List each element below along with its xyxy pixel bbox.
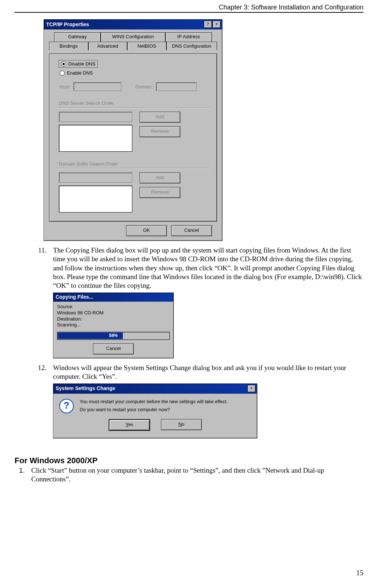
w2k-step-1: 1. Click “Start” button on your computer… — [15, 466, 363, 484]
help-button[interactable]: ? — [204, 21, 212, 28]
step-text: The Copying Files dialog box will pop up… — [53, 246, 362, 289]
header-rule — [15, 12, 363, 13]
disable-dns-option[interactable]: Disable DNS — [60, 61, 97, 67]
step-number: 11. — [36, 246, 47, 358]
page-number: 15 — [356, 569, 363, 577]
source-label: Source: — [57, 304, 170, 310]
domain-input — [156, 82, 197, 91]
suffix-list — [59, 186, 132, 212]
step-number: 1. — [15, 466, 25, 484]
chapter-header: Chapter 3: Software Installation and Con… — [15, 4, 363, 11]
tab-ipaddress[interactable]: IP Address — [165, 32, 212, 42]
progress-percent: 58% — [57, 332, 169, 339]
tab-gateway[interactable]: Gateway — [54, 32, 101, 42]
tab-advanced[interactable]: Advanced — [88, 42, 128, 50]
divider — [56, 168, 210, 169]
enable-dns-label: Enable DNS — [67, 70, 93, 76]
step-text: Click “Start” button on your computer’s … — [31, 466, 363, 484]
tab-bindings[interactable]: Bindings — [49, 42, 88, 50]
ssc-line1: You must restart your computer before th… — [80, 399, 228, 405]
destination-value: Scanning... — [57, 322, 170, 328]
step-number: 12. — [36, 363, 47, 438]
suffix-remove-button: Remove — [140, 187, 180, 198]
disable-dns-radio[interactable] — [61, 61, 66, 67]
destination-label: Destination: — [57, 316, 170, 322]
yes-button[interactable]: Yes — [109, 419, 150, 431]
dns-add-button: Add — [140, 112, 180, 123]
dns-ip-input — [59, 112, 132, 122]
suffix-order-label: Domain Suffix Search Order — [59, 161, 210, 167]
suffix-input — [59, 172, 132, 183]
ssc-title: System Settings Change — [56, 385, 115, 392]
host-label: Host: — [60, 84, 71, 90]
step-text: Windows will appear the System Settings … — [53, 364, 346, 380]
suffix-add-button: Add — [140, 172, 180, 183]
divider — [56, 107, 210, 108]
no-button[interactable]: No — [161, 419, 202, 430]
step-12: 12. Windows will appear the System Setti… — [36, 363, 363, 438]
enable-dns-option[interactable]: Enable DNS — [60, 70, 210, 76]
tcpip-titlebar: TCP/IP Properties ? × — [44, 20, 222, 29]
close-button[interactable]: × — [248, 385, 256, 392]
dns-remove-button: Remove — [140, 126, 180, 137]
copying-title: Copying Files... — [56, 294, 93, 301]
tcpip-dialog: TCP/IP Properties ? × Gateway WINS Confi… — [44, 19, 222, 241]
ssc-line2: Do you want to restart your computer now… — [80, 407, 228, 413]
tab-wins[interactable]: WINS Configuration — [101, 32, 165, 42]
source-value: Windows 98 CD-ROM — [57, 310, 170, 316]
dns-config-panel: Disable DNS Enable DNS Host: Domain: DNS… — [49, 53, 217, 222]
dns-list — [59, 125, 132, 152]
question-icon: ? — [59, 399, 74, 413]
tab-dns-config[interactable]: DNS Configuration — [166, 42, 217, 50]
copying-files-dialog: Copying Files... Source: Windows 98 CD-R… — [53, 293, 174, 358]
disable-dns-label: Disable DNS — [68, 61, 95, 67]
progress-bar: 58% — [57, 332, 170, 340]
host-input — [73, 82, 121, 91]
copying-cancel-button[interactable]: Cancel — [93, 343, 134, 354]
tab-netbios[interactable]: NetBIOS — [127, 42, 166, 50]
tcpip-tabs: Gateway WINS Configuration IP Address Bi… — [49, 32, 217, 53]
close-button[interactable]: × — [213, 21, 221, 28]
copying-titlebar: Copying Files... — [53, 293, 173, 302]
system-settings-change-dialog: System Settings Change × ? You must rest… — [53, 384, 257, 438]
enable-dns-radio[interactable] — [60, 71, 65, 76]
tcpip-title: TCP/IP Properties — [46, 21, 89, 27]
step-11: 11. The Copying Files dialog box will po… — [36, 246, 363, 358]
cancel-button[interactable]: Cancel — [171, 225, 212, 236]
ok-button[interactable]: OK — [126, 225, 167, 236]
dns-order-label: DNS Server Search Order — [59, 100, 210, 106]
section-heading: For Windows 2000/XP — [15, 456, 363, 465]
ssc-titlebar: System Settings Change × — [53, 384, 257, 394]
domain-label: Domain: — [135, 84, 153, 90]
